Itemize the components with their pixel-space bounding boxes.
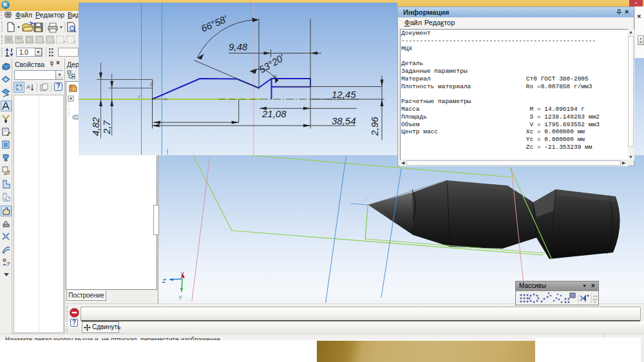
svg-text:Z: Z — [162, 278, 166, 284]
svg-text:53°20': 53°20' — [257, 52, 287, 75]
svg-text:2,96: 2,96 — [369, 117, 380, 137]
svg-text:38,54: 38,54 — [332, 115, 356, 126]
svg-text:4,82: 4,82 — [90, 117, 101, 136]
svg-text:x: x — [137, 94, 140, 99]
svg-text:Y: Y — [178, 294, 183, 301]
svg-text:2,7: 2,7 — [101, 120, 112, 135]
svg-text:66°58': 66°58' — [200, 13, 230, 34]
svg-text:?: ? — [6, 261, 10, 267]
svg-text:9,48: 9,48 — [229, 41, 248, 52]
svg-text:12,45: 12,45 — [332, 89, 356, 100]
svg-text:21,08: 21,08 — [261, 108, 287, 119]
svg-text:A: A — [26, 84, 30, 90]
